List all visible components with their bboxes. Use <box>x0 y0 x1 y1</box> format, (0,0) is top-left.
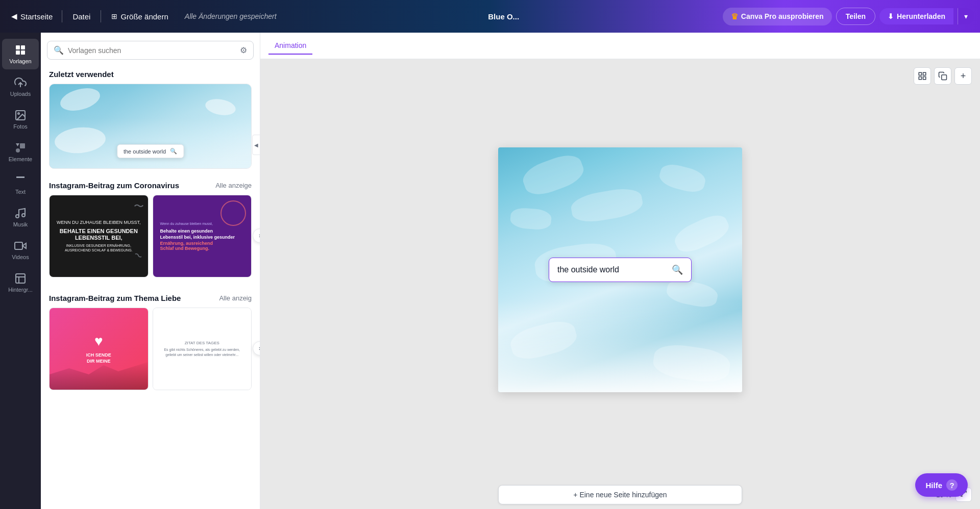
love-quote-text: Es gibt nichts Schöneres, als geliebt zu… <box>159 347 246 358</box>
svg-rect-3 <box>21 50 25 55</box>
love-template-2[interactable]: ZITAT DES TAGES Es gibt nichts Schöneres… <box>153 308 252 390</box>
corona-templates-container: ⊞ WENN DU ZUHAUSE BLEIBEN MUSST, BEHALTE… <box>41 195 260 286</box>
ocean-foam-5 <box>671 210 733 257</box>
search-box[interactable]: the outside world 🔍 <box>549 258 692 282</box>
corona-circle-deco <box>220 200 246 226</box>
topbar: ◀ Startseite Datei ⊞ Größe ändern Alle Ä… <box>0 0 980 33</box>
search-bar: 🔍 ⚙ <box>47 41 254 60</box>
recent-template[interactable]: the outside world 🔍 <box>49 84 252 169</box>
canvas-toolbar: Animation <box>260 33 980 59</box>
love-pink-bg: ♥ ICH SENDE DIR MEINE <box>50 308 148 390</box>
filter-icon[interactable]: ⚙ <box>240 45 247 55</box>
topbar-left: ◀ Startseite Datei ⊞ Größe ändern Alle Ä… <box>6 9 285 24</box>
sidebar-label-elemente: Elemente <box>9 156 32 162</box>
corona-text3: INKLUSIVE GESUNDER ERNÄHRUNG, AUSREICHEN… <box>56 243 142 252</box>
photo-icon <box>14 109 27 121</box>
question-mark-icon: ? <box>946 479 958 491</box>
herunterladen-button[interactable]: ⬇ Herunterladen <box>879 8 953 24</box>
recently-used-title: Zuletzt verwendet <box>41 66 260 84</box>
search-box-text: the outside world <box>557 265 667 274</box>
corona-template-1[interactable]: ⊞ WENN DU ZUHAUSE BLEIBEN MUSST, BEHALTE… <box>49 195 149 277</box>
topbar-center: Blue O... <box>289 12 719 21</box>
hilfe-label: Hilfe <box>925 481 942 490</box>
home-button[interactable]: ◀ Startseite <box>6 9 58 24</box>
sidebar-label-musik: Musik <box>13 221 28 227</box>
foam-layer <box>498 300 742 392</box>
sidebar-item-vorlagen[interactable]: Vorlagen <box>2 39 39 69</box>
panel-collapse-button[interactable]: ◀ <box>252 135 260 155</box>
ocean-foam-2 <box>657 162 708 196</box>
corona-purple-text1: Wenn du zuhause bleiben musst, <box>160 221 213 226</box>
background-icon <box>14 272 27 285</box>
upload-icon <box>14 77 27 89</box>
resize-icon: ⊞ <box>111 12 117 20</box>
add-tool-button[interactable]: + <box>954 67 972 85</box>
crown-icon: ♛ <box>731 12 738 21</box>
svg-point-7 <box>16 148 20 152</box>
love-subtitle: ZITAT DES TAGES <box>185 341 219 345</box>
svg-rect-18 <box>919 77 921 80</box>
search-input[interactable] <box>68 46 236 55</box>
search-overlay: the outside world 🔍 <box>117 144 184 158</box>
love-section-title: Instagram-Beitrag zum Thema Liebe <box>49 294 181 302</box>
hilfe-button[interactable]: Hilfe ? <box>915 473 968 497</box>
love-alle-anzeigen[interactable]: Alle anzeig <box>219 294 252 302</box>
canva-pro-label: Canva Pro ausprobieren <box>741 12 824 20</box>
corona-text1: WENN DU ZUHAUSE BLEIBEN MUSST, <box>57 220 141 226</box>
corona-purple-text3: Ernährung, ausreichendSchlaf und Bewegun… <box>160 241 213 251</box>
teilen-button[interactable]: Teilen <box>836 8 875 25</box>
template-ocean-preview: the outside world 🔍 <box>50 84 251 168</box>
video-icon <box>14 240 27 252</box>
herunterladen-label: Herunterladen <box>897 12 945 20</box>
add-page-button[interactable]: + Eine neue Seite hinzufügen <box>498 485 742 504</box>
corona-template-2[interactable]: ▶ Wenn du zuhause bleiben musst, Behalte… <box>153 195 252 277</box>
sidebar-item-hintergrund[interactable]: Hintergr... <box>2 267 39 298</box>
animation-tab[interactable]: Animation <box>268 37 312 55</box>
corona-section-title: Instagram-Beitrag zum Coronavirus <box>49 181 179 190</box>
sidebar-label-videos: Videos <box>12 254 29 260</box>
copy-tool-button[interactable] <box>934 67 951 85</box>
groesse-button[interactable]: ⊞ Größe ändern <box>105 9 174 24</box>
plus-icon: + <box>961 71 966 82</box>
download-icon: ⬇ <box>888 12 894 20</box>
project-name: Blue O... <box>488 12 519 21</box>
love-line1: ICH SENDE <box>86 352 111 358</box>
copy-icon <box>938 71 947 81</box>
sidebar-label-uploads: Uploads <box>10 91 31 97</box>
svg-marker-12 <box>22 243 26 248</box>
main-layout: Vorlagen Uploads Fotos Elemente <box>0 33 980 509</box>
datei-button[interactable]: Datei <box>66 9 96 24</box>
svg-rect-19 <box>942 75 947 80</box>
sidebar-item-text[interactable]: Text <box>2 169 39 200</box>
saved-status: Alle Änderungen gespeichert <box>185 12 277 20</box>
canva-pro-button[interactable]: ♛ Canva Pro ausprobieren <box>723 8 832 26</box>
sidebar-item-fotos[interactable]: Fotos <box>2 104 39 135</box>
sidebar-item-elemente[interactable]: Elemente <box>2 137 39 167</box>
frame-tool-button[interactable] <box>914 67 931 85</box>
sidebar-item-musik[interactable]: Musik <box>2 202 39 233</box>
canvas-ocean-background: the outside world 🔍 <box>498 147 742 392</box>
design-canvas[interactable]: the outside world 🔍 <box>498 147 742 392</box>
ocean-foam-1 <box>519 150 587 199</box>
search-box-icon: 🔍 <box>672 264 683 275</box>
sidebar-icons: Vorlagen Uploads Fotos Elemente <box>0 33 41 509</box>
music-icon <box>14 207 27 219</box>
ocean-foam-3 <box>570 186 645 225</box>
chevron-left-icon: ◀ <box>11 12 17 21</box>
grid-icon <box>14 44 27 56</box>
sidebar-item-uploads[interactable]: Uploads <box>2 71 39 102</box>
sidebar-label-hintergrund: Hintergr... <box>8 287 33 293</box>
templates-panel: 🔍 ⚙ Zuletzt verwendet the outside world … <box>41 33 260 509</box>
sidebar-item-videos[interactable]: Videos <box>2 235 39 265</box>
corona-alle-anzeigen[interactable]: Alle anzeige <box>215 182 252 189</box>
search-icon: 🔍 <box>54 45 64 55</box>
love-section-header: Instagram-Beitrag zum Thema Liebe Alle a… <box>41 290 260 308</box>
sidebar-label-fotos: Fotos <box>13 123 28 130</box>
ocean-foam-4 <box>509 207 552 231</box>
love-template-2-inner: ZITAT DES TAGES Es gibt nichts Schöneres… <box>153 308 252 390</box>
herunterladen-arrow-button[interactable]: ▾ <box>958 8 974 24</box>
love-template-1-inner: ♥ ICH SENDE DIR MEINE <box>50 308 148 390</box>
corona-templates-grid: ⊞ WENN DU ZUHAUSE BLEIBEN MUSST, BEHALTE… <box>41 195 260 286</box>
love-template-1[interactable]: ♥ ICH SENDE DIR MEINE <box>49 308 149 390</box>
svg-rect-15 <box>919 72 921 75</box>
